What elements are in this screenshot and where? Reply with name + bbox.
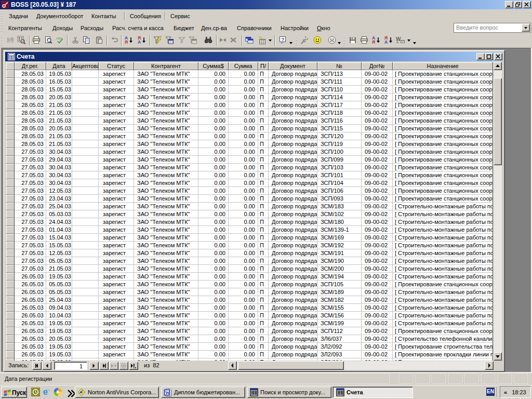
- svg-text:e: e: [43, 388, 48, 396]
- svg-text:АБВ: АБВ: [56, 37, 62, 40]
- svg-text:Я: Я: [372, 39, 375, 44]
- svg-text:А: А: [138, 39, 141, 44]
- svg-text:А: А: [384, 39, 388, 44]
- svg-text:W: W: [165, 390, 170, 395]
- svg-text:?: ?: [282, 36, 285, 42]
- svg-text:W: W: [396, 36, 401, 42]
- svg-text:Я: Я: [125, 39, 128, 44]
